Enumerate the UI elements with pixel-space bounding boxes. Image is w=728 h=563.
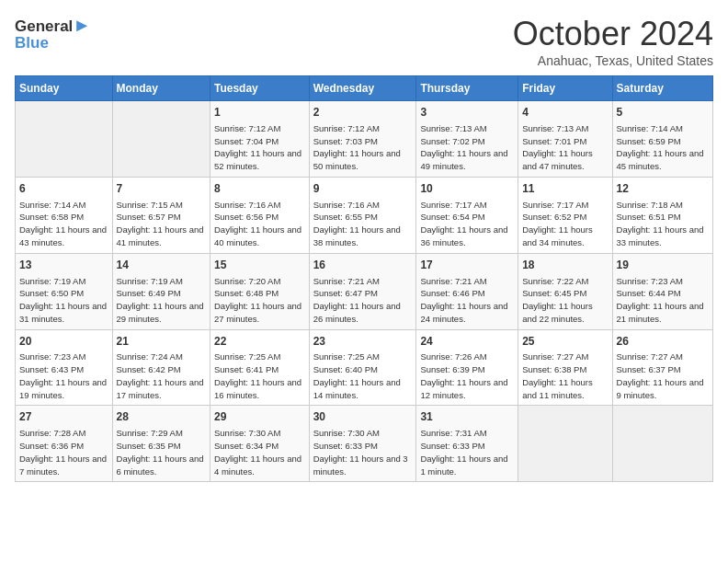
day-info: Sunrise: 7:31 AMSunset: 6:33 PMDaylight:… (420, 427, 514, 477)
title-area: October 2024 Anahuac, Texas, United Stat… (513, 15, 713, 68)
day-number: 19 (617, 258, 709, 273)
day-number: 11 (522, 181, 608, 197)
day-info: Sunrise: 7:13 AMSunset: 7:01 PMDaylight:… (522, 122, 608, 173)
calendar-cell (16, 101, 113, 178)
calendar-cell: 17Sunrise: 7:21 AMSunset: 6:46 PMDayligh… (416, 253, 518, 329)
day-info: Sunrise: 7:19 AMSunset: 6:49 PMDaylight:… (117, 275, 206, 326)
day-of-week-header: Tuesday (210, 76, 310, 101)
day-info: Sunrise: 7:27 AMSunset: 6:37 PMDaylight:… (617, 350, 709, 401)
day-info: Sunrise: 7:21 AMSunset: 6:46 PMDaylight:… (420, 275, 514, 326)
calendar-cell: 8Sunrise: 7:16 AMSunset: 6:56 PMDaylight… (210, 177, 310, 253)
day-number: 15 (214, 258, 305, 273)
day-info: Sunrise: 7:30 AMSunset: 6:34 PMDaylight:… (214, 427, 305, 477)
location: Anahuac, Texas, United States (513, 53, 713, 68)
day-number: 16 (313, 258, 413, 273)
day-number: 7 (117, 181, 206, 197)
day-number: 4 (522, 105, 608, 121)
day-of-week-header: Thursday (416, 76, 518, 101)
day-number: 5 (617, 105, 709, 121)
day-number: 29 (214, 409, 305, 425)
calendar-cell: 24Sunrise: 7:26 AMSunset: 6:39 PMDayligh… (416, 329, 518, 406)
day-info: Sunrise: 7:22 AMSunset: 6:45 PMDaylight:… (522, 275, 608, 326)
calendar-week-row: 6Sunrise: 7:14 AMSunset: 6:58 PMDaylight… (16, 177, 713, 253)
day-number: 10 (420, 181, 514, 197)
logo-general: General (15, 17, 73, 35)
calendar-cell: 20Sunrise: 7:23 AMSunset: 6:43 PMDayligh… (16, 329, 113, 406)
calendar-cell: 5Sunrise: 7:14 AMSunset: 6:59 PMDaylight… (612, 101, 712, 178)
calendar-cell: 26Sunrise: 7:27 AMSunset: 6:37 PMDayligh… (612, 329, 712, 406)
day-number: 1 (214, 105, 305, 121)
day-info: Sunrise: 7:30 AMSunset: 6:33 PMDaylight:… (313, 427, 413, 477)
calendar-cell: 6Sunrise: 7:14 AMSunset: 6:58 PMDaylight… (16, 177, 113, 253)
calendar-week-row: 20Sunrise: 7:23 AMSunset: 6:43 PMDayligh… (16, 329, 713, 406)
month-title: October 2024 (513, 15, 713, 53)
page-header: General► Blue October 2024 Anahuac, Texa… (15, 15, 713, 68)
day-info: Sunrise: 7:20 AMSunset: 6:48 PMDaylight:… (214, 275, 305, 326)
day-number: 26 (617, 334, 709, 350)
day-number: 14 (117, 258, 206, 273)
calendar-week-row: 13Sunrise: 7:19 AMSunset: 6:50 PMDayligh… (16, 253, 713, 329)
calendar-header-row: SundayMondayTuesdayWednesdayThursdayFrid… (16, 76, 713, 101)
day-number: 31 (420, 409, 514, 425)
calendar-cell: 16Sunrise: 7:21 AMSunset: 6:47 PMDayligh… (309, 253, 416, 329)
day-info: Sunrise: 7:26 AMSunset: 6:39 PMDaylight:… (420, 350, 514, 401)
day-of-week-header: Monday (112, 76, 210, 101)
day-info: Sunrise: 7:23 AMSunset: 6:43 PMDaylight:… (19, 350, 108, 401)
day-info: Sunrise: 7:16 AMSunset: 6:55 PMDaylight:… (313, 199, 413, 249)
calendar-cell: 18Sunrise: 7:22 AMSunset: 6:45 PMDayligh… (518, 253, 612, 329)
day-of-week-header: Wednesday (309, 76, 416, 101)
calendar-cell: 30Sunrise: 7:30 AMSunset: 6:33 PMDayligh… (309, 406, 416, 482)
calendar-cell (112, 101, 210, 178)
day-info: Sunrise: 7:29 AMSunset: 6:35 PMDaylight:… (117, 427, 206, 477)
calendar-cell: 9Sunrise: 7:16 AMSunset: 6:55 PMDaylight… (309, 177, 416, 253)
calendar-cell: 15Sunrise: 7:20 AMSunset: 6:48 PMDayligh… (210, 253, 310, 329)
logo-bird-icon: ► (73, 15, 91, 35)
day-info: Sunrise: 7:14 AMSunset: 6:58 PMDaylight:… (19, 199, 108, 249)
calendar-week-row: 1Sunrise: 7:12 AMSunset: 7:04 PMDaylight… (16, 101, 713, 178)
logo-blue: Blue (15, 34, 49, 52)
calendar-cell: 31Sunrise: 7:31 AMSunset: 6:33 PMDayligh… (416, 406, 518, 482)
day-info: Sunrise: 7:12 AMSunset: 7:04 PMDaylight:… (214, 122, 305, 173)
calendar-cell: 27Sunrise: 7:28 AMSunset: 6:36 PMDayligh… (16, 406, 113, 482)
day-info: Sunrise: 7:17 AMSunset: 6:52 PMDaylight:… (522, 199, 608, 249)
calendar-cell: 13Sunrise: 7:19 AMSunset: 6:50 PMDayligh… (16, 253, 113, 329)
day-number: 3 (420, 105, 514, 121)
calendar-cell: 22Sunrise: 7:25 AMSunset: 6:41 PMDayligh… (210, 329, 310, 406)
day-info: Sunrise: 7:25 AMSunset: 6:40 PMDaylight:… (313, 350, 413, 401)
day-info: Sunrise: 7:15 AMSunset: 6:57 PMDaylight:… (117, 199, 206, 249)
day-number: 21 (117, 334, 206, 350)
day-info: Sunrise: 7:17 AMSunset: 6:54 PMDaylight:… (420, 199, 514, 249)
day-info: Sunrise: 7:28 AMSunset: 6:36 PMDaylight:… (19, 427, 108, 477)
day-info: Sunrise: 7:23 AMSunset: 6:44 PMDaylight:… (617, 275, 709, 326)
day-number: 27 (19, 409, 108, 425)
day-info: Sunrise: 7:25 AMSunset: 6:41 PMDaylight:… (214, 350, 305, 401)
calendar-cell: 2Sunrise: 7:12 AMSunset: 7:03 PMDaylight… (309, 101, 416, 178)
calendar-cell: 11Sunrise: 7:17 AMSunset: 6:52 PMDayligh… (518, 177, 612, 253)
calendar-cell: 4Sunrise: 7:13 AMSunset: 7:01 PMDaylight… (518, 101, 612, 178)
calendar-cell: 12Sunrise: 7:18 AMSunset: 6:51 PMDayligh… (612, 177, 712, 253)
calendar-table: SundayMondayTuesdayWednesdayThursdayFrid… (15, 75, 713, 482)
day-number: 30 (313, 409, 413, 425)
calendar-cell (518, 406, 612, 482)
calendar-cell: 7Sunrise: 7:15 AMSunset: 6:57 PMDaylight… (112, 177, 210, 253)
calendar-cell: 19Sunrise: 7:23 AMSunset: 6:44 PMDayligh… (612, 253, 712, 329)
day-of-week-header: Sunday (16, 76, 113, 101)
day-number: 12 (617, 181, 709, 197)
day-info: Sunrise: 7:19 AMSunset: 6:50 PMDaylight:… (19, 275, 108, 326)
calendar-cell: 14Sunrise: 7:19 AMSunset: 6:49 PMDayligh… (112, 253, 210, 329)
calendar-cell: 25Sunrise: 7:27 AMSunset: 6:38 PMDayligh… (518, 329, 612, 406)
calendar-cell: 1Sunrise: 7:12 AMSunset: 7:04 PMDaylight… (210, 101, 310, 178)
day-number: 25 (522, 334, 608, 350)
day-info: Sunrise: 7:13 AMSunset: 7:02 PMDaylight:… (420, 122, 514, 173)
calendar-cell: 28Sunrise: 7:29 AMSunset: 6:35 PMDayligh… (112, 406, 210, 482)
day-of-week-header: Friday (518, 76, 612, 101)
day-number: 22 (214, 334, 305, 350)
day-number: 23 (313, 334, 413, 350)
day-info: Sunrise: 7:14 AMSunset: 6:59 PMDaylight:… (617, 122, 709, 173)
day-number: 13 (19, 258, 108, 273)
day-info: Sunrise: 7:16 AMSunset: 6:56 PMDaylight:… (214, 199, 305, 249)
logo: General► Blue (15, 15, 91, 52)
day-number: 9 (313, 181, 413, 197)
day-number: 8 (214, 181, 305, 197)
day-info: Sunrise: 7:12 AMSunset: 7:03 PMDaylight:… (313, 122, 413, 173)
